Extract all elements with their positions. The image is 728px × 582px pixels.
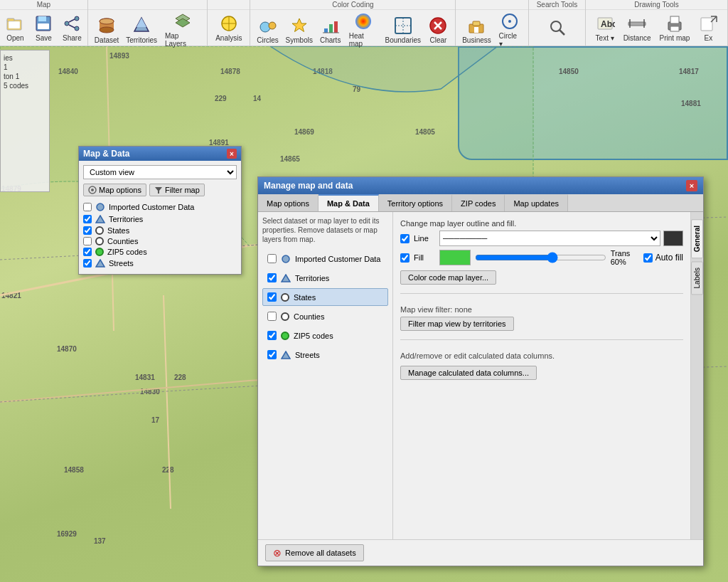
map-number-label: 14821 (1, 292, 21, 300)
dialog-tab-map-options[interactable]: Map options (258, 194, 318, 211)
dialog-tab-territory-options[interactable]: Territory options (379, 194, 452, 211)
filter-map-view-button[interactable]: Filter map view by territories (400, 317, 514, 331)
svg-line-59 (0, 381, 249, 402)
autofill-checkbox[interactable] (643, 253, 653, 263)
dlg-cb-states[interactable] (267, 292, 277, 302)
side-tab-labels[interactable]: Labels (691, 261, 703, 295)
save-label: Save (36, 34, 52, 42)
text-button[interactable]: Abc Text ▾ (591, 12, 619, 43)
tab-map-options[interactable]: Map options (83, 184, 146, 196)
territories-button[interactable]: Territories (122, 14, 161, 46)
layer-list: Imported Customer Data Territories State… (83, 201, 237, 270)
charts-icon (321, 16, 341, 36)
manage-dialog-close-button[interactable]: × (686, 180, 697, 191)
business-button[interactable]: Business (459, 14, 494, 46)
color-code-button[interactable]: Color code map layer... (400, 270, 496, 285)
map-data-close-button[interactable]: × (227, 149, 237, 159)
line-style-select[interactable]: ──────── - - - - - (439, 231, 660, 246)
svg-marker-65 (96, 216, 105, 223)
print-map-icon (665, 14, 685, 33)
symbols-icon (289, 16, 309, 36)
symbols-button[interactable]: Symbols (282, 14, 316, 46)
open-button[interactable]: Open (1, 12, 29, 43)
layer-checkbox-territories[interactable] (83, 215, 92, 223)
analysis-spacer (208, 0, 250, 10)
map-number-label: 16929 (57, 530, 77, 538)
left-panel-item-4: 5 codes (4, 81, 46, 90)
search-tool-button[interactable] (543, 16, 572, 39)
layer-label-streets: Streets (109, 259, 134, 268)
circle-button[interactable]: Circle ▾ (495, 10, 525, 49)
dialog-tab-map-data[interactable]: Map & Data (318, 194, 379, 211)
svg-rect-1 (7, 18, 14, 21)
toolbar-search-section: Search Tools (529, 0, 586, 46)
dialog-layer-streets[interactable]: Streets (262, 346, 388, 364)
svg-line-58 (164, 295, 171, 509)
svg-point-7 (75, 16, 79, 21)
heat-map-button[interactable]: Heat map (345, 10, 382, 49)
trans-row: Trans 60% (475, 249, 639, 266)
dialog-layer-zip5[interactable]: ZIP5 codes (262, 327, 388, 344)
dataset-button[interactable]: Dataset (91, 14, 123, 46)
print-map-button[interactable]: Print map (655, 12, 695, 43)
dlg-cb-zip5[interactable] (267, 331, 277, 340)
circles-button[interactable]: Circles (253, 14, 282, 46)
map-layers-button[interactable]: Map Layers (161, 10, 204, 49)
territory-overlay (458, 46, 728, 160)
dialog-tab-zip-codes[interactable]: ZIP codes (452, 194, 505, 211)
layer-checkbox-counties[interactable] (83, 237, 92, 245)
dialog-layer-imported[interactable]: Imported Customer Data (262, 250, 388, 268)
share-button[interactable]: Share (58, 12, 86, 43)
dlg-cb-territories[interactable] (267, 273, 277, 282)
ex-button[interactable]: Ex (694, 12, 722, 43)
circles-icon (258, 16, 278, 36)
side-tab-general[interactable]: General (691, 219, 703, 258)
svg-point-62 (91, 189, 94, 191)
clear-button[interactable]: Clear (424, 14, 452, 46)
line-color-swatch[interactable] (663, 231, 683, 246)
custom-view-select[interactable]: Custom view Default view (83, 165, 237, 179)
zip5-circle-icon (95, 248, 104, 256)
clear-icon (428, 16, 448, 36)
analysis-button[interactable]: Analysis (211, 12, 246, 43)
dlg-imported-icon (281, 255, 291, 263)
left-panel-item-2: 1 (4, 63, 46, 72)
remove-all-button[interactable]: ⊗ Remove all datasets (265, 544, 364, 561)
dlg-cb-counties[interactable] (267, 312, 277, 321)
dialog-layer-states[interactable]: States (262, 288, 388, 306)
layer-checkbox-streets[interactable] (83, 259, 92, 268)
map-number-label: 14865 (280, 155, 300, 163)
dlg-cb-imported[interactable] (267, 254, 277, 263)
dialog-layer-territories[interactable]: Territories (262, 269, 388, 287)
manage-dialog-titlebar: Manage map and data × (258, 177, 703, 194)
dialog-layer-counties[interactable]: Counties (262, 307, 388, 325)
boundaries-button[interactable]: Boundaries (382, 14, 424, 46)
line-checkbox[interactable] (400, 234, 410, 243)
dlg-zip5-label: ZIP5 codes (294, 332, 333, 340)
save-button[interactable]: Save (29, 12, 58, 43)
dataset-icon (97, 16, 117, 36)
transparency-slider[interactable] (475, 252, 606, 263)
svg-point-23 (269, 22, 276, 29)
color-coding-label: Color Coding (250, 0, 455, 10)
data-section-spacer (88, 0, 208, 10)
layer-checkbox-imported[interactable] (83, 203, 92, 211)
svg-point-29 (355, 14, 371, 29)
svg-marker-24 (292, 18, 306, 32)
layer-label-zip5: ZIP5 codes (107, 248, 147, 256)
fill-color-swatch[interactable] (439, 250, 471, 265)
svg-text:Abc: Abc (601, 19, 615, 29)
distance-button[interactable]: Distance (619, 12, 655, 43)
ex-label: Ex (705, 34, 713, 42)
layer-checkbox-zip5[interactable] (83, 248, 92, 256)
dialog-tab-map-updates[interactable]: Map updates (505, 194, 568, 211)
toolbar-drawing-section: Drawing Tools Abc Text ▾ (586, 0, 728, 46)
fill-checkbox[interactable] (400, 253, 410, 263)
layer-checkbox-states[interactable] (83, 226, 92, 235)
left-panel-item-1: ies (4, 53, 46, 63)
dlg-cb-streets[interactable] (267, 350, 277, 359)
tab-filter-map[interactable]: Filter map (149, 184, 205, 196)
manage-calc-button[interactable]: Manage calculated data columns... (400, 366, 537, 380)
charts-button[interactable]: Charts (316, 14, 345, 46)
dlg-streets-label: Streets (295, 351, 320, 359)
